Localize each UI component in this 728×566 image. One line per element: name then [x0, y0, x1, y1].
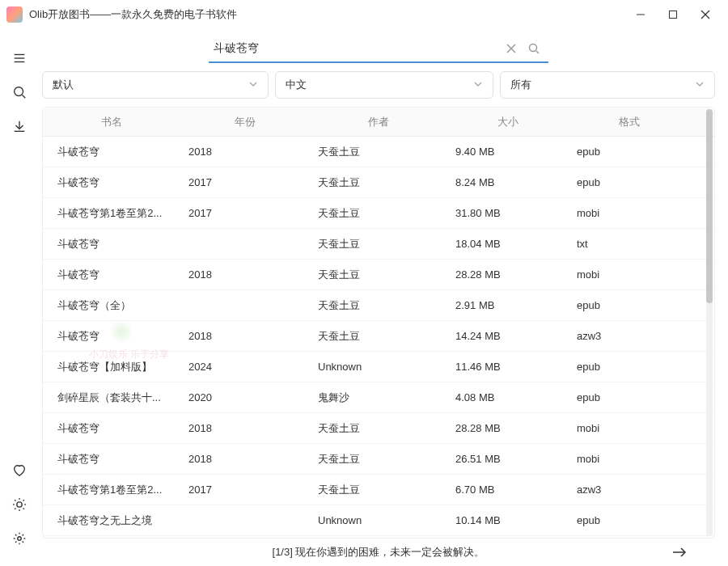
svg-point-11: [17, 502, 22, 507]
cell-title: 斗破苍穹: [43, 145, 180, 159]
svg-point-20: [18, 537, 22, 541]
svg-line-8: [23, 95, 26, 99]
cell-year: 2020: [180, 391, 310, 403]
table-row[interactable]: 斗破苍穹第1卷至第2...2017天蚕土豆31.80 MBmobi: [43, 198, 714, 229]
cell-format: epub: [569, 146, 690, 158]
cell-format: txt: [569, 238, 690, 250]
chevron-down-icon: [473, 79, 483, 91]
search-submit-icon[interactable]: [524, 39, 544, 58]
cell-title: 斗破苍穹: [43, 175, 180, 190]
favorite-icon[interactable]: [6, 456, 32, 485]
clear-search-icon[interactable]: [502, 39, 521, 58]
cell-title: 斗破苍穹第1卷至第2...: [43, 206, 180, 221]
search-box: [209, 36, 548, 63]
cell-author: 天蚕土豆: [310, 421, 447, 436]
settings-icon[interactable]: [6, 524, 32, 553]
svg-line-16: [15, 500, 15, 501]
cell-format: epub: [569, 514, 690, 526]
cell-size: 31.80 MB: [447, 207, 569, 219]
cell-format: mobi: [569, 422, 690, 434]
cell-year: 2017: [180, 207, 310, 219]
app-title: Olib开放图书——一款永久免费的电子书软件: [29, 7, 624, 22]
maximize-button[interactable]: [657, 2, 689, 27]
cell-title: 斗破苍穹: [43, 421, 180, 436]
table-row[interactable]: 斗破苍穹【加料版】2024Unknown11.46 MBepub: [43, 352, 714, 382]
table-row[interactable]: 斗破苍穹2018天蚕土豆14.24 MBazw3: [43, 321, 714, 352]
table-row[interactable]: 斗破苍穹2018天蚕土豆28.28 MBmobi: [43, 260, 714, 290]
cell-year: 2018: [180, 453, 310, 465]
scrollbar-thumb[interactable]: [706, 109, 713, 303]
cell-format: mobi: [569, 207, 690, 219]
cell-author: 天蚕土豆: [310, 175, 447, 190]
cell-title: 斗破苍穹之无上之境: [43, 513, 180, 528]
table-row[interactable]: 斗破苍穹第1卷至第2...2017天蚕土豆6.70 MBazw3: [43, 475, 714, 505]
table-row[interactable]: 斗破苍穹（全）天蚕土豆2.91 MBepub: [43, 290, 714, 321]
cell-format: epub: [569, 361, 690, 373]
cell-author: 天蚕土豆: [310, 329, 447, 344]
cell-title: 斗破苍穹: [43, 237, 180, 251]
col-author: 作者: [310, 115, 447, 129]
table-row[interactable]: 斗破苍穹2018天蚕土豆28.28 MBmobi: [43, 413, 714, 444]
brightness-icon[interactable]: [6, 490, 32, 519]
cell-author: 天蚕土豆: [310, 298, 447, 313]
cell-title: 剑碎星辰（套装共十...: [43, 391, 180, 405]
search-input[interactable]: [214, 42, 498, 55]
cell-title: 斗破苍穹: [43, 329, 180, 344]
cell-year: 2018: [180, 330, 310, 342]
table-row[interactable]: 斗破苍穹2018天蚕土豆9.40 MBepub: [43, 137, 714, 167]
cell-author: 鬼舞沙: [310, 391, 447, 405]
cell-size: 8.24 MB: [447, 176, 569, 188]
cell-size: 14.24 MB: [447, 330, 569, 342]
chevron-down-icon: [695, 79, 705, 91]
format-select[interactable]: 所有: [500, 71, 715, 99]
table-row[interactable]: 斗破苍穹2018天蚕土豆26.51 MBmobi: [43, 444, 714, 475]
cell-size: 28.28 MB: [447, 268, 569, 281]
svg-point-7: [15, 87, 23, 96]
cell-year: 2018: [180, 422, 310, 434]
cell-format: mobi: [569, 268, 690, 281]
cell-author: Unknown: [310, 514, 447, 526]
cell-title: 斗破苍穹（全）: [43, 298, 180, 313]
search-nav-icon[interactable]: [6, 78, 32, 107]
table-body: 斗破苍穹2018天蚕土豆9.40 MBepub斗破苍穹2017天蚕土豆8.24 …: [43, 137, 714, 538]
window-controls: [624, 2, 722, 27]
sort-select[interactable]: 默认: [42, 71, 269, 99]
cell-title: 斗破苍穹: [43, 268, 180, 282]
cell-size: 28.28 MB: [447, 422, 569, 434]
minimize-button[interactable]: [624, 2, 657, 27]
table-row[interactable]: 斗破苍穹天蚕土豆18.04 MBtxt: [43, 229, 714, 260]
cell-year: 2018: [180, 146, 310, 158]
sidebar: [0, 29, 39, 566]
format-select-label: 所有: [510, 78, 695, 92]
cell-size: 18.04 MB: [447, 238, 569, 250]
svg-point-23: [530, 44, 537, 52]
table-row[interactable]: 剑碎星辰（套装共十...2020鬼舞沙4.08 MBepub: [43, 382, 714, 413]
cell-title: 斗破苍穹: [43, 452, 180, 467]
cell-size: 4.08 MB: [447, 391, 569, 403]
col-format: 格式: [569, 115, 690, 129]
table-row[interactable]: 斗破苍穹2017天蚕土豆8.24 MBepub: [43, 167, 714, 198]
col-title: 书名: [43, 115, 180, 129]
table-header: 书名 年份 作者 大小 格式: [43, 108, 714, 137]
cell-author: 天蚕土豆: [310, 452, 447, 467]
close-button[interactable]: [689, 2, 722, 27]
language-select[interactable]: 中文: [275, 71, 493, 99]
table-row[interactable]: 斗破苍穹之无上之境Unknown10.14 MBepub: [43, 505, 714, 536]
svg-line-19: [23, 500, 24, 501]
cell-format: azw3: [569, 330, 690, 342]
cell-title: 斗破苍穹【加料版】: [43, 360, 180, 374]
next-quote-button[interactable]: [668, 541, 691, 564]
cell-year: 2017: [180, 176, 310, 188]
menu-icon[interactable]: [6, 44, 32, 73]
cell-title: 斗破苍穹第1卷至第2...: [43, 483, 180, 497]
col-year: 年份: [180, 115, 310, 129]
cell-size: 2.91 MB: [447, 299, 569, 311]
cell-format: epub: [569, 391, 690, 403]
cell-author: 天蚕土豆: [310, 237, 447, 251]
cell-year: 2024: [180, 361, 310, 373]
svg-line-17: [23, 509, 24, 509]
chevron-down-icon: [248, 79, 258, 91]
cell-size: 11.46 MB: [447, 361, 569, 373]
download-nav-icon[interactable]: [6, 112, 32, 141]
cell-size: 10.14 MB: [447, 514, 569, 526]
